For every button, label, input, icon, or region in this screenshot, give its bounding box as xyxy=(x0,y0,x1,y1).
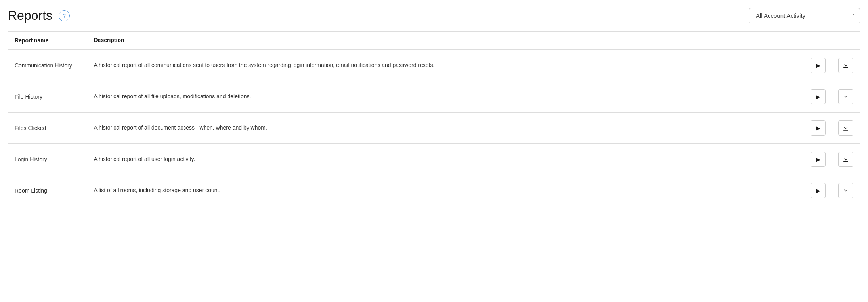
col-header-actions-run xyxy=(804,32,832,50)
download-button-login-history[interactable] xyxy=(838,152,853,167)
download-icon xyxy=(842,155,850,163)
report-desc-files-clicked: A historical report of all document acce… xyxy=(88,112,805,143)
run-action-communication-history xyxy=(804,50,832,81)
col-header-name: Report name xyxy=(8,32,88,50)
table-row: Communication History A historical repor… xyxy=(8,50,860,81)
download-button-files-clicked[interactable] xyxy=(838,120,853,136)
report-desc-file-history: A historical report of all file uploads,… xyxy=(88,81,805,112)
col-header-description: Description xyxy=(88,32,805,50)
download-action-files-clicked xyxy=(832,112,860,143)
page-header: Reports ? All Account Activity My Activi… xyxy=(8,8,860,23)
download-icon xyxy=(842,124,850,132)
play-icon xyxy=(816,61,820,69)
download-icon xyxy=(842,61,850,69)
download-action-communication-history xyxy=(832,50,860,81)
run-button-communication-history[interactable] xyxy=(811,58,826,73)
reports-table: Report name Description Communication Hi… xyxy=(8,31,860,206)
play-icon xyxy=(816,155,820,163)
download-button-communication-history[interactable] xyxy=(838,58,853,73)
run-button-login-history[interactable] xyxy=(811,152,826,167)
run-action-file-history xyxy=(804,81,832,112)
report-desc-room-listing: A list of all rooms, including storage a… xyxy=(88,175,805,206)
run-action-login-history xyxy=(804,143,832,175)
report-name-files-clicked: Files Clicked xyxy=(8,112,88,143)
filter-dropdown-container: All Account Activity My Activity ⌃ xyxy=(749,8,860,23)
filter-dropdown[interactable]: All Account Activity My Activity xyxy=(749,8,860,23)
run-action-files-clicked xyxy=(804,112,832,143)
table-row: Files Clicked A historical report of all… xyxy=(8,112,860,143)
table-body: Communication History A historical repor… xyxy=(8,50,860,206)
run-button-room-listing[interactable] xyxy=(811,183,826,198)
page-title: Reports xyxy=(8,8,52,23)
download-action-file-history xyxy=(832,81,860,112)
table-header: Report name Description xyxy=(8,32,860,50)
download-icon xyxy=(842,187,850,195)
report-desc-communication-history: A historical report of all communication… xyxy=(88,50,805,81)
report-name-room-listing: Room Listing xyxy=(8,175,88,206)
play-icon xyxy=(816,124,820,132)
report-name-login-history: Login History xyxy=(8,143,88,175)
play-icon xyxy=(816,186,820,195)
report-desc-login-history: A historical report of all user login ac… xyxy=(88,143,805,175)
table-row: Login History A historical report of all… xyxy=(8,143,860,175)
report-name-file-history: File History xyxy=(8,81,88,112)
download-icon xyxy=(842,93,850,101)
help-icon[interactable]: ? xyxy=(59,10,70,21)
report-name-communication-history: Communication History xyxy=(8,50,88,81)
run-action-room-listing xyxy=(804,175,832,206)
download-action-room-listing xyxy=(832,175,860,206)
run-button-files-clicked[interactable] xyxy=(811,120,826,136)
table-row: Room Listing A list of all rooms, includ… xyxy=(8,175,860,206)
download-button-file-history[interactable] xyxy=(838,89,853,104)
col-header-actions-download xyxy=(832,32,860,50)
play-icon xyxy=(816,92,820,101)
table-row: File History A historical report of all … xyxy=(8,81,860,112)
download-button-room-listing[interactable] xyxy=(838,183,853,198)
download-action-login-history xyxy=(832,143,860,175)
run-button-file-history[interactable] xyxy=(811,89,826,104)
page-container: Reports ? All Account Activity My Activi… xyxy=(0,0,868,206)
table-header-row: Report name Description xyxy=(8,32,860,50)
